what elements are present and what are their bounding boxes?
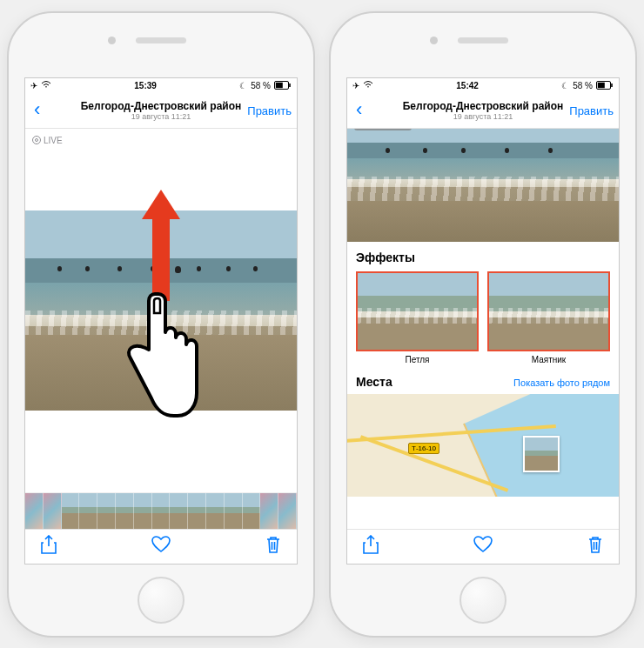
share-button[interactable] xyxy=(41,535,57,558)
effect-loop[interactable]: Петля xyxy=(356,271,479,364)
phone-speaker xyxy=(458,37,508,43)
effect-label: Петля xyxy=(356,355,479,364)
svg-rect-1 xyxy=(276,82,283,87)
back-button[interactable]: ‹ xyxy=(30,100,44,121)
live-badge: LIVE xyxy=(32,136,63,145)
iphone-left: ✈︎ 15:39 ☾ 58 % ‹ Белгород-Днестровский … xyxy=(7,11,315,638)
delete-button[interactable] xyxy=(587,535,603,558)
live-icon xyxy=(32,136,41,144)
show-nearby-link[interactable]: Показать фото рядом xyxy=(513,377,610,388)
effect-label: Маятник xyxy=(487,355,610,364)
wifi-icon xyxy=(41,81,51,90)
edit-button[interactable]: Править xyxy=(569,104,614,117)
screen-right: ✈︎ 15:42 ☾ 58 % ‹ Белгород-Днестровский … xyxy=(346,77,620,564)
map-photo-pin[interactable] xyxy=(523,436,560,472)
moon-icon: ☾ xyxy=(239,81,247,90)
photo-scrubber[interactable] xyxy=(25,492,297,529)
svg-rect-2 xyxy=(289,84,291,87)
airplane-mode-icon: ✈︎ xyxy=(352,81,359,90)
svg-rect-4 xyxy=(598,82,605,87)
favorite-button[interactable] xyxy=(151,536,171,557)
road-label: Т-16-10 xyxy=(408,443,439,454)
photo-view[interactable]: LIVE xyxy=(25,129,297,492)
status-time: 15:42 xyxy=(456,81,479,90)
phone-front-camera xyxy=(430,37,438,44)
effects-heading: Эффекты xyxy=(347,242,619,271)
active-effect-badge: МАЯТНИК xyxy=(354,129,412,130)
favorite-button[interactable] xyxy=(473,536,493,557)
home-button[interactable] xyxy=(460,577,506,624)
places-heading: Места xyxy=(356,375,392,389)
battery-percent: 58 % xyxy=(251,81,271,90)
share-button[interactable] xyxy=(363,535,379,558)
status-bar: ✈︎ 15:42 ☾ 58 % xyxy=(347,78,619,94)
nav-bar: ‹ Белгород-Днестровский район 19 августа… xyxy=(25,94,297,129)
edit-button[interactable]: Править xyxy=(247,104,292,117)
phone-speaker xyxy=(136,37,186,43)
effect-thumbnail xyxy=(487,271,610,351)
photo-content xyxy=(25,210,297,411)
battery-icon xyxy=(274,81,292,91)
battery-icon xyxy=(596,81,614,91)
iphone-right: ✈︎ 15:42 ☾ 58 % ‹ Белгород-Днестровский … xyxy=(329,11,637,638)
screen-left: ✈︎ 15:39 ☾ 58 % ‹ Белгород-Днестровский … xyxy=(24,77,298,564)
back-button[interactable]: ‹ xyxy=(352,100,366,121)
bottom-toolbar xyxy=(25,529,297,564)
effect-bounce[interactable]: Маятник xyxy=(487,271,610,364)
phone-front-camera xyxy=(108,37,116,44)
status-time: 15:39 xyxy=(134,81,157,90)
airplane-mode-icon: ✈︎ xyxy=(30,81,37,90)
battery-percent: 58 % xyxy=(573,81,593,90)
effects-list[interactable]: Петля Маятник xyxy=(347,271,619,364)
home-button[interactable] xyxy=(138,577,184,624)
wifi-icon xyxy=(363,81,373,90)
bottom-toolbar xyxy=(347,529,619,564)
effect-thumbnail xyxy=(356,271,479,351)
status-bar: ✈︎ 15:39 ☾ 58 % xyxy=(25,78,297,94)
nav-bar: ‹ Белгород-Днестровский район 19 августа… xyxy=(347,94,619,129)
photo-preview[interactable]: МАЯТНИК xyxy=(347,129,619,242)
svg-rect-5 xyxy=(611,84,613,87)
moon-icon: ☾ xyxy=(561,81,569,90)
detail-scroll-view[interactable]: МАЯТНИК Эффекты Петля Маятник xyxy=(347,129,619,529)
places-map[interactable]: Т-16-10 xyxy=(347,394,619,497)
delete-button[interactable] xyxy=(265,535,281,558)
